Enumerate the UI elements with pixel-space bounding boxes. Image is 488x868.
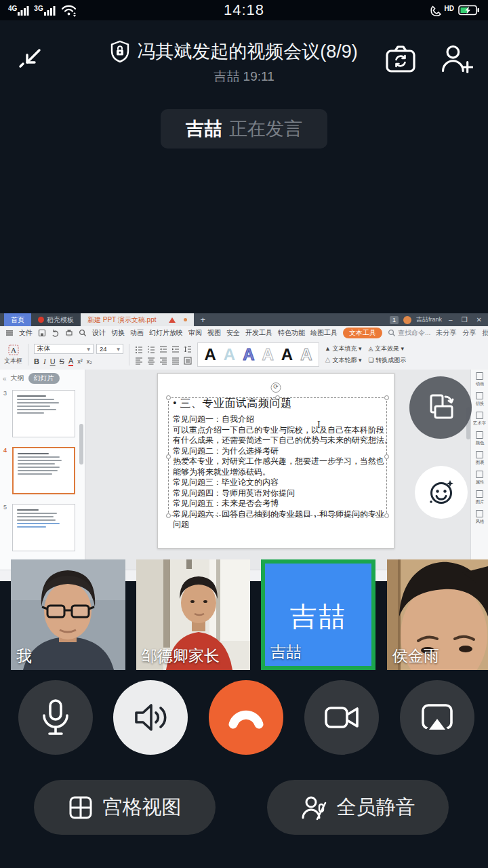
hang-up-button[interactable]	[209, 680, 283, 755]
sidebar-animation[interactable]: 动画	[475, 372, 485, 387]
battery-charging-icon	[458, 5, 480, 16]
indent-more-icon[interactable]	[171, 345, 180, 353]
wps-tab-home[interactable]: 首页	[4, 313, 31, 326]
sidebar-wordart[interactable]: 艺术字	[472, 412, 487, 427]
rotate-screen-button[interactable]	[409, 376, 472, 439]
menu-review[interactable]: 审阅	[188, 328, 202, 338]
menu-text-tool-active[interactable]: 文本工具	[343, 328, 382, 338]
grid-view-button[interactable]: 宫格视图	[34, 780, 216, 835]
wordart-style-5[interactable]: A	[281, 347, 293, 363]
wordart-style-1[interactable]: A	[204, 347, 216, 363]
wps-tab-document[interactable]: 新建 PPT 演示文稿.ppt	[81, 313, 194, 326]
wordart-style-2[interactable]: A	[224, 347, 235, 363]
wordart-style-6[interactable]: A	[300, 347, 312, 363]
share-button[interactable]: 分享	[462, 328, 476, 338]
panel-tab-slides[interactable]: 幻灯片	[28, 373, 60, 384]
shared-screen-wps-window[interactable]: 首页 稻壳模板 新建 PPT 演示文稿.ppt + 1 吉喆frank – ❐ …	[0, 313, 488, 581]
undo-icon[interactable]	[52, 329, 60, 337]
distribute-icon[interactable]	[184, 357, 192, 365]
menu-security[interactable]: 安全	[226, 328, 240, 338]
convert-diagram-button[interactable]: ❏ 转换成图示	[369, 356, 407, 365]
search-icon	[388, 329, 396, 337]
preview-icon[interactable]	[79, 329, 87, 337]
font-color-button[interactable]: A	[68, 357, 73, 366]
collapse-panel-button[interactable]: «	[3, 375, 7, 382]
camera-button[interactable]	[304, 680, 379, 755]
subscript-button[interactable]: x₂	[87, 358, 92, 365]
slide-thumbnail-4-selected[interactable]	[12, 447, 75, 494]
microphone-button[interactable]	[18, 680, 93, 755]
window-minimize-button[interactable]: –	[447, 316, 455, 323]
sidebar-properties[interactable]: 属性	[475, 471, 485, 486]
strikethrough-button[interactable]: S	[60, 357, 64, 366]
current-slide[interactable]: ⟳ • 三、专业面试高频问题 常见问题一：自我介绍 可	[157, 373, 394, 549]
slide-thumbnail-3[interactable]	[12, 390, 75, 437]
text-effect-button[interactable]: ◬ 文本效果 ▾	[369, 344, 407, 353]
share-status[interactable]: 未分享	[436, 328, 456, 338]
screen-share-button[interactable]	[400, 680, 474, 755]
line-spacing-icon[interactable]	[184, 345, 192, 353]
hamburger-icon[interactable]	[5, 329, 14, 337]
call-controls	[0, 680, 488, 756]
align-left-icon[interactable]	[135, 357, 143, 365]
menu-devtools[interactable]: 开发工具	[245, 328, 272, 338]
menu-transition[interactable]: 切换	[111, 328, 125, 338]
textbox-tool[interactable]: A 文本框	[4, 344, 22, 366]
rotate-handle[interactable]: ⟳	[271, 382, 281, 393]
save-icon[interactable]	[38, 329, 46, 337]
participant-tile-parent[interactable]: 邹德卿家长	[136, 559, 250, 670]
speaker-button[interactable]	[113, 680, 188, 755]
comment-button[interactable]: 批注	[482, 328, 488, 338]
microphone-icon	[37, 698, 74, 737]
superscript-button[interactable]: x²	[77, 358, 83, 365]
panel-scrollbar[interactable]	[79, 424, 83, 465]
indent-less-icon[interactable]	[159, 345, 167, 353]
menu-file[interactable]: 文件	[19, 328, 33, 338]
participant-tile-jizhe-active-speaker[interactable]: 吉喆 吉喆	[261, 559, 375, 670]
menu-slideshow[interactable]: 幻灯片放映	[149, 328, 183, 338]
menu-view[interactable]: 视图	[207, 328, 221, 338]
sidebar-style[interactable]: 风格	[475, 510, 485, 525]
smiley-filter-icon	[426, 477, 456, 507]
number-list-icon[interactable]	[147, 345, 155, 353]
slide-thumbnail-5[interactable]	[12, 504, 75, 551]
bold-button[interactable]: B	[34, 357, 39, 366]
slide-title: • 三、专业面试高频问题	[173, 397, 387, 411]
wordart-style-4[interactable]: A	[262, 347, 274, 363]
window-close-button[interactable]: ✕	[474, 316, 484, 323]
menu-animation[interactable]: 动画	[130, 328, 144, 338]
justify-icon[interactable]	[171, 357, 180, 365]
participant-name: 我	[16, 646, 32, 667]
sidebar-color[interactable]: 颜色	[475, 431, 485, 446]
participant-tile-houjinyu[interactable]: 侯金雨	[387, 559, 488, 670]
mute-all-button[interactable]: 全员静音	[267, 780, 449, 835]
participant-tile-me[interactable]: 我	[11, 559, 125, 670]
speaking-name: 吉喆	[186, 117, 222, 141]
menu-drawtools[interactable]: 绘图工具	[310, 328, 338, 338]
menu-features[interactable]: 特色功能	[278, 328, 305, 338]
font-name-select[interactable]: 宋体▾	[34, 344, 94, 354]
window-restore-button[interactable]: ❐	[460, 316, 470, 323]
switch-camera-button[interactable]	[384, 42, 418, 76]
panel-tab-outline[interactable]: 大纲	[11, 374, 24, 383]
bullet-list-icon[interactable]	[135, 345, 143, 353]
text-fill-button[interactable]: ▲ 文本填充 ▾	[325, 344, 362, 353]
wordart-style-gallery[interactable]: A A A A A A	[197, 342, 319, 367]
sidebar-chart[interactable]: 图表	[475, 451, 485, 466]
wps-tab-docer[interactable]: 稻壳模板	[31, 313, 81, 326]
add-participant-button[interactable]	[439, 42, 473, 76]
font-size-select[interactable]: 24▾	[96, 344, 123, 354]
command-search[interactable]: 查找命令...	[388, 328, 430, 338]
wordart-style-3[interactable]: A	[243, 347, 254, 363]
beauty-filter-button[interactable]	[415, 466, 468, 519]
print-icon[interactable]	[65, 329, 73, 337]
wps-new-tab-button[interactable]: +	[194, 313, 213, 326]
underline-button[interactable]: U	[50, 357, 56, 366]
align-right-icon[interactable]	[159, 357, 167, 365]
italic-button[interactable]: I	[43, 357, 46, 366]
menu-design[interactable]: 设计	[92, 328, 106, 338]
align-center-icon[interactable]	[147, 357, 155, 365]
text-outline-button[interactable]: △ 文本轮廓 ▾	[325, 356, 362, 365]
sidebar-image[interactable]: 图片	[475, 490, 485, 505]
sidebar-transition[interactable]: 切换	[475, 392, 485, 407]
